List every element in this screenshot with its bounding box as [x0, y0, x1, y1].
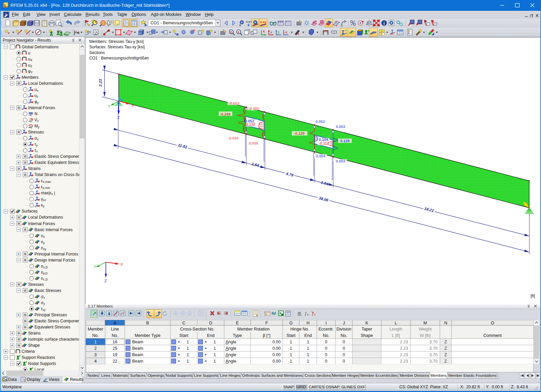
svg-text:σy: σy	[41, 300, 45, 305]
svg-text:Surfaces: Surfaces	[130, 373, 146, 377]
svg-text:Y: Y	[108, 104, 111, 108]
svg-text:Angle: Angle	[226, 359, 236, 364]
svg-text:0: 0	[325, 346, 327, 351]
svg-text:Z: Z	[444, 352, 447, 357]
svg-text:Local Deformations: Local Deformations	[28, 215, 63, 220]
svg-text:Hinge No.: Hinge No.	[290, 327, 309, 332]
svg-text:Q: Q	[230, 30, 232, 34]
svg-text:Strains: Strains	[28, 166, 41, 171]
svg-text:Vz: Vz	[29, 120, 32, 122]
svg-text:0.00: 0.00	[273, 352, 281, 357]
svg-text:0.003: 0.003	[336, 125, 345, 129]
svg-text:κy: κy	[41, 203, 45, 208]
svg-text:γxz: γxz	[41, 197, 46, 202]
svg-text:τxy: τxy	[41, 307, 46, 312]
svg-text:0.00: 0.00	[273, 346, 281, 351]
svg-text:2.23: 2.23	[400, 346, 408, 351]
svg-text:Length: Length	[390, 327, 402, 332]
svg-text:L [ft]: L [ft]	[392, 333, 400, 338]
svg-text:A: A	[113, 321, 116, 325]
svg-text:Elastic Stress Component: Elastic Stress Component	[34, 319, 79, 323]
svg-text:2.23: 2.23	[400, 340, 408, 344]
svg-text:1: 1	[214, 340, 216, 344]
svg-text:Openings: Openings	[147, 373, 164, 377]
svg-text:Start: Start	[286, 333, 296, 338]
svg-text:Member Eccentricities: Member Eccentricities	[360, 373, 398, 377]
svg-text:-0.129: -0.129	[294, 131, 304, 136]
svg-text:Basic Stresses: Basic Stresses	[34, 288, 61, 293]
svg-text:Views: Views	[49, 377, 60, 382]
svg-text:0: 0	[325, 359, 327, 364]
svg-text:L: L	[395, 321, 397, 325]
svg-text:u: u	[28, 51, 30, 55]
svg-text:B: B	[146, 321, 149, 325]
svg-text:uz: uz	[34, 93, 39, 98]
svg-text:I: I	[29, 33, 30, 36]
svg-text:X: X	[132, 103, 134, 107]
svg-text:My: My	[34, 124, 40, 129]
svg-text:Line Hinges: Line Hinges	[220, 373, 240, 377]
svg-text:Y: Y	[270, 31, 272, 34]
svg-text:G: G	[289, 321, 293, 325]
svg-text:0.128: 0.128	[340, 139, 350, 143]
svg-text:2.23: 2.23	[400, 352, 408, 357]
svg-text:Basic Internal Forces: Basic Internal Forces	[34, 227, 73, 232]
svg-text:Angle: Angle	[226, 346, 236, 351]
svg-text:ab: ab	[298, 311, 301, 315]
svg-text:1: 1	[187, 352, 189, 357]
svg-text:Lines: Lines	[101, 373, 111, 377]
svg-text:σx: σx	[41, 294, 45, 299]
svg-text:0: 0	[343, 340, 345, 344]
svg-text:1: 1	[290, 352, 292, 357]
svg-text:0.00: 0.00	[273, 340, 281, 344]
svg-text:1: 1	[290, 340, 292, 344]
svg-text:1: 1	[214, 352, 216, 357]
svg-text:4: 4	[94, 359, 97, 364]
svg-text:1: 1	[187, 359, 189, 364]
svg-text:2.23: 2.23	[400, 359, 408, 364]
svg-text:Vz: Vz	[34, 118, 39, 123]
svg-text:My: My	[29, 126, 32, 129]
svg-text:CO1 - Bemessungsschnittgrößen: CO1 - Bemessungsschnittgrößen	[150, 21, 213, 25]
svg-text:Line Supports: Line Supports	[194, 373, 218, 377]
svg-text:3.70: 3.70	[429, 340, 438, 344]
svg-text:Nodal Supports: Nodal Supports	[28, 361, 56, 366]
svg-text:1: 1	[307, 340, 309, 344]
svg-text:C: C	[182, 321, 185, 325]
svg-text:18.21: 18.21	[424, 206, 434, 213]
svg-text:nx,D: nx,D	[41, 264, 48, 269]
svg-text:Member Rotation: Member Rotation	[237, 327, 270, 332]
svg-text:Principal Stresses: Principal Stresses	[34, 313, 67, 317]
svg-text:Orthotropic Surfaces and Membr: Orthotropic Surfaces and Membranes	[242, 373, 303, 377]
svg-text:σx: σx	[34, 136, 39, 141]
svg-text:X: X	[238, 30, 240, 34]
svg-text:1.64: 1.64	[321, 180, 329, 186]
svg-text:x: x	[298, 32, 299, 35]
svg-text:Z: Z	[117, 116, 120, 120]
svg-text:M: M	[423, 321, 427, 325]
svg-text:Z: Z	[444, 359, 447, 364]
svg-text:5: 5	[4, 4, 6, 8]
svg-text:Z: Z	[444, 346, 447, 351]
svg-text:τy: τy	[34, 142, 38, 147]
svg-text:0.003: 0.003	[336, 159, 345, 163]
svg-text:2.23: 2.23	[98, 79, 102, 87]
svg-text:X: X	[263, 30, 265, 33]
svg-text:No.: No.	[92, 333, 99, 338]
svg-text:1: 1	[187, 346, 189, 351]
svg-text:Weight: Weight	[419, 327, 432, 332]
svg-text:Criteria: Criteria	[22, 349, 35, 354]
svg-text:3: 3	[189, 312, 190, 315]
svg-text:-0.249: -0.249	[220, 112, 230, 116]
svg-text:φy: φy	[34, 99, 39, 104]
svg-text:x: x	[307, 313, 309, 316]
svg-text:W [lb]: W [lb]	[420, 333, 431, 338]
svg-text:Z: Z	[444, 340, 447, 344]
svg-text:Angle: Angle	[226, 352, 236, 357]
svg-text:Angle: Angle	[226, 340, 236, 344]
svg-text:X.XX: X.XX	[246, 20, 252, 23]
svg-text:nxy: nxy	[41, 246, 46, 251]
svg-text:max|εx |: max|εx |	[41, 191, 55, 196]
svg-text:1: 1	[307, 346, 309, 351]
svg-text:H: H	[306, 321, 309, 325]
